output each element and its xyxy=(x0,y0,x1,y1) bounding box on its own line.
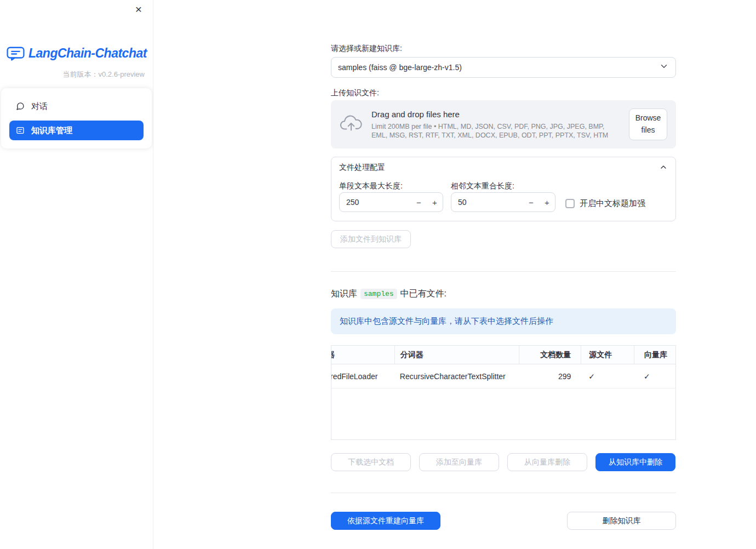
overlap-size-input[interactable]: 50 − + xyxy=(451,192,555,212)
decrement-button[interactable]: − xyxy=(411,193,427,211)
delete-kb-button[interactable]: 删除知识库 xyxy=(567,512,676,530)
cell-vector-check: ✓ xyxy=(634,364,675,388)
table-header-row: 器 分词器 文档数量 源文件 向量库 xyxy=(331,346,675,364)
menu-item-knowledge-base[interactable]: 知识库管理 xyxy=(9,121,144,140)
kb-management-page: 请选择或新建知识库: samples (faiss @ bge-large-zh… xyxy=(331,0,676,530)
table-row[interactable]: redFileLoader RecursiveCharacterTextSpli… xyxy=(331,364,675,388)
decrement-button[interactable]: − xyxy=(523,193,539,211)
table-header-doc-count: 文档数量 xyxy=(519,346,581,364)
chunk-size-field: 单段文本最大长度: 250 − + xyxy=(339,180,443,212)
sidebar: × LangChain-Chatchat 当前版本：v0.2.6-preview xyxy=(0,0,153,549)
chunk-size-value: 250 xyxy=(340,193,411,211)
list-icon xyxy=(16,126,25,135)
chatchat-logo-icon xyxy=(7,47,25,61)
chunk-size-label: 单段文本最大长度: xyxy=(339,180,443,191)
divider xyxy=(331,271,676,272)
info-alert: 知识库中包含源文件与向量库，请从下表中选择文件后操作 xyxy=(331,308,676,334)
overlap-size-field: 相邻文本重合长度: 50 − + xyxy=(451,180,555,212)
existing-files-suffix: 中已有文件: xyxy=(400,288,446,300)
upload-cloud-icon xyxy=(340,115,363,135)
app-logo-text: LangChain-Chatchat xyxy=(28,46,147,61)
delete-from-kb-button[interactable]: 从知识库中删除 xyxy=(595,453,675,471)
file-config-expander-header[interactable]: 文件处理配置 xyxy=(331,157,675,178)
cell-doc-count: 299 xyxy=(519,364,581,388)
file-actions-row: 下载选中文档 添加至向量库 从向量库删除 从知识库中删除 xyxy=(331,453,676,471)
version-label: 当前版本：v0.2.6-preview xyxy=(0,70,153,79)
close-icon[interactable]: × xyxy=(132,3,145,16)
checkbox-unchecked-icon[interactable] xyxy=(565,199,575,208)
add-files-to-kb-button[interactable]: 添加文件到知识库 xyxy=(331,230,411,248)
kb-selected-value: samples (faiss @ bge-large-zh-v1.5) xyxy=(338,63,659,72)
file-config-expander-body: 单段文本最大长度: 250 − + 相邻文本重合长度: 50 − + xyxy=(331,178,675,221)
overlap-size-label: 相邻文本重合长度: xyxy=(451,180,555,191)
overlap-size-value: 50 xyxy=(451,193,523,211)
cell-loader: redFileLoader xyxy=(331,364,394,388)
table-header-splitter: 分词器 xyxy=(394,346,519,364)
table-header-loader: 器 xyxy=(331,346,394,364)
increment-button[interactable]: + xyxy=(539,193,555,211)
sidebar-menu: 对话 知识库管理 xyxy=(1,88,152,148)
existing-files-prefix: 知识库 xyxy=(331,288,357,300)
divider xyxy=(331,493,676,493)
chunk-size-input[interactable]: 250 − + xyxy=(339,192,443,212)
browse-files-button[interactable]: Browse files xyxy=(629,108,667,140)
files-table[interactable]: 器 分词器 文档数量 源文件 向量库 redFileLoader Recursi… xyxy=(331,345,676,440)
expander-title: 文件处理配置 xyxy=(339,163,385,173)
cell-splitter: RecursiveCharacterTextSplitter xyxy=(394,364,519,388)
chevron-down-icon xyxy=(659,61,669,73)
dropzone-instructions: Drag and drop files here xyxy=(371,110,620,119)
upload-files-label: 上传知识文件: xyxy=(331,87,676,98)
chevron-up-icon xyxy=(659,163,668,173)
rebuild-vector-store-button[interactable]: 依据源文件重建向量库 xyxy=(331,512,440,530)
kb-select-label: 请选择或新建知识库: xyxy=(331,43,676,54)
checkbox-label: 开启中文标题加强 xyxy=(580,198,645,209)
dropzone-limits: Limit 200MB per file • HTML, MD, JSON, C… xyxy=(371,122,620,140)
dropzone-text-block: Drag and drop files here Limit 200MB per… xyxy=(371,110,620,140)
increment-button[interactable]: + xyxy=(427,193,443,211)
add-to-vector-store-button[interactable]: 添加至向量库 xyxy=(419,453,499,471)
kb-selectbox[interactable]: samples (faiss @ bge-large-zh-v1.5) xyxy=(331,57,676,78)
menu-item-chat[interactable]: 对话 xyxy=(9,96,144,116)
kb-actions-row: 依据源文件重建向量库 删除知识库 xyxy=(331,512,676,530)
info-alert-text: 知识库中包含源文件与向量库，请从下表中选择文件后操作 xyxy=(340,316,553,327)
download-selected-button[interactable]: 下载选中文档 xyxy=(331,453,411,471)
menu-item-label: 知识库管理 xyxy=(31,125,72,136)
chat-bubble-icon xyxy=(16,102,25,111)
menu-item-label: 对话 xyxy=(31,101,48,112)
main-area: 请选择或新建知识库: samples (faiss @ bge-large-zh… xyxy=(153,0,756,549)
file-config-expander: 文件处理配置 单段文本最大长度: 250 − + xyxy=(331,157,676,221)
existing-files-heading: 知识库 samples 中已有文件: xyxy=(331,288,676,300)
cell-source-check: ✓ xyxy=(581,364,634,388)
table-header-source-file: 源文件 xyxy=(581,346,634,364)
delete-from-vector-store-button[interactable]: 从向量库删除 xyxy=(507,453,587,471)
zh-title-enhance-checkbox[interactable]: 开启中文标题加强 xyxy=(565,198,645,209)
kb-name-code: samples xyxy=(360,289,397,299)
table-header-vector-store: 向量库 xyxy=(634,346,675,364)
file-uploader-dropzone[interactable]: Drag and drop files here Limit 200MB per… xyxy=(331,100,676,148)
app-logo: LangChain-Chatchat xyxy=(7,46,153,61)
